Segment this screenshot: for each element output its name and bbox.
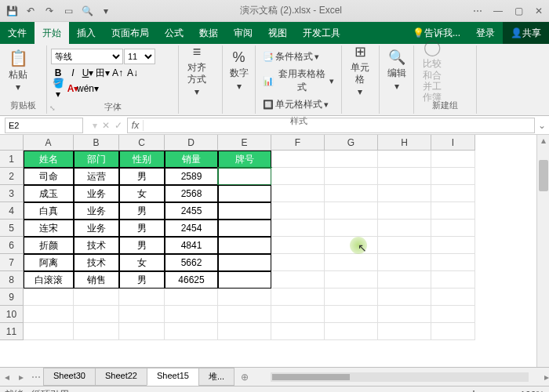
sign-in[interactable]: 登录 [468, 22, 503, 44]
sheet-tab-Sheet15[interactable]: Sheet15 [147, 368, 199, 386]
cell-G6[interactable] [325, 237, 378, 254]
number-format-button[interactable]: %数字▾ [225, 47, 253, 94]
cell-B11[interactable] [74, 323, 119, 340]
row-header-6[interactable]: 6 [0, 237, 24, 254]
cell-A7[interactable]: 阿离 [24, 254, 74, 271]
row-header-5[interactable]: 5 [0, 220, 24, 237]
cell-E2[interactable] [218, 168, 271, 185]
tab-data[interactable]: 数据 [191, 22, 226, 44]
row-header-11[interactable]: 11 [0, 323, 24, 340]
zoom-in-icon[interactable]: + [511, 390, 517, 393]
font-family-select[interactable]: 等线 [51, 49, 123, 64]
cell-H1[interactable] [378, 151, 431, 168]
cell-B9[interactable] [74, 289, 119, 306]
cell-H4[interactable] [378, 202, 431, 220]
select-all-corner[interactable] [0, 135, 24, 151]
paste-button[interactable]: 📋粘贴▾ [2, 47, 34, 94]
col-header-E[interactable]: E [218, 135, 271, 151]
cell-F7[interactable] [271, 254, 325, 271]
vertical-scrollbar[interactable]: ▴ [536, 135, 549, 367]
cell-G5[interactable] [325, 220, 378, 237]
tab-insert[interactable]: 插入 [69, 22, 104, 44]
namebox-dropdown-icon[interactable]: ▾ [88, 120, 102, 131]
cell-F5[interactable] [271, 220, 325, 237]
cell-G3[interactable] [325, 185, 378, 202]
view-normal-icon[interactable]: ▦ [383, 390, 391, 393]
cell-H6[interactable] [378, 237, 431, 254]
cell-G11[interactable] [325, 323, 378, 340]
new-sheet-icon[interactable]: ⊕ [235, 372, 255, 383]
cell-F3[interactable] [271, 185, 325, 202]
cell-F2[interactable] [271, 168, 325, 185]
phonetic-button[interactable]: wén▾ [81, 82, 95, 96]
expand-formula-icon[interactable]: ⌄ [538, 120, 549, 131]
tab-developer[interactable]: 开发工具 [295, 22, 348, 44]
cell-I7[interactable] [431, 254, 475, 271]
col-header-D[interactable]: D [165, 135, 218, 151]
cell-I4[interactable] [431, 202, 475, 220]
cell-E1[interactable]: 牌号 [218, 151, 271, 168]
cell-F11[interactable] [271, 323, 325, 340]
cell-H9[interactable] [378, 289, 431, 306]
cell-I5[interactable] [431, 220, 475, 237]
tab-formulas[interactable]: 公式 [157, 22, 191, 44]
cell-B3[interactable]: 业务 [74, 185, 119, 202]
cell-A10[interactable] [24, 306, 74, 323]
tab-view[interactable]: 视图 [260, 22, 295, 44]
sheet-nav-next-icon[interactable]: ▸ [14, 372, 28, 383]
row-header-7[interactable]: 7 [0, 254, 24, 271]
cell-D3[interactable]: 2568 [165, 185, 218, 202]
zoom-control[interactable]: − + 100% [429, 390, 544, 393]
save-icon[interactable]: 💾 [3, 2, 20, 20]
conditional-format-button[interactable]: 📑 条件格式 ▾ [260, 49, 337, 65]
cell-A8[interactable]: 白滚滚 [24, 271, 74, 289]
ribbon-options-icon[interactable]: ⋯ [467, 0, 488, 22]
cell-I1[interactable] [431, 151, 475, 168]
cell-C8[interactable]: 男 [119, 271, 165, 289]
cell-E9[interactable] [218, 289, 271, 306]
col-header-C[interactable]: C [119, 135, 165, 151]
row-header-9[interactable]: 9 [0, 289, 24, 306]
share-button[interactable]: 👤 共享 [503, 22, 549, 44]
cell-B6[interactable]: 技术 [74, 237, 119, 254]
grow-font-icon[interactable]: A↑ [111, 66, 125, 80]
italic-button[interactable]: I [66, 66, 80, 80]
cell-styles-button[interactable]: 🔲 单元格样式 ▾ [260, 96, 337, 113]
cell-F4[interactable] [271, 202, 325, 220]
cell-B4[interactable]: 业务 [74, 202, 119, 220]
undo-icon[interactable]: ↶ [22, 2, 39, 20]
view-page-icon[interactable]: ▤ [399, 390, 408, 393]
border-button[interactable]: 田▾ [96, 66, 110, 80]
col-header-A[interactable]: A [24, 135, 74, 151]
cell-H3[interactable] [378, 185, 431, 202]
cell-E11[interactable] [218, 323, 271, 340]
cell-I6[interactable] [431, 237, 475, 254]
cell-D10[interactable] [165, 306, 218, 323]
cell-I10[interactable] [431, 306, 475, 323]
sheet-tab-堆...[interactable]: 堆... [198, 368, 235, 386]
cell-I9[interactable] [431, 289, 475, 306]
font-dialog-icon[interactable]: ⤡ [49, 104, 174, 112]
redo-icon[interactable]: ↷ [41, 2, 58, 20]
cell-C10[interactable] [119, 306, 165, 323]
cell-I2[interactable] [431, 168, 475, 185]
tab-layout[interactable]: 页面布局 [104, 22, 157, 44]
cell-G2[interactable] [325, 168, 378, 185]
cell-C4[interactable]: 男 [119, 202, 165, 220]
col-header-H[interactable]: H [378, 135, 431, 151]
cells-button[interactable]: ⊞单元格▾ [344, 47, 376, 94]
row-header-2[interactable]: 2 [0, 168, 24, 185]
cell-I3[interactable] [431, 185, 475, 202]
cell-E3[interactable] [218, 185, 271, 202]
cell-B1[interactable]: 部门 [74, 151, 119, 168]
print-preview-icon[interactable]: 🔍 [78, 2, 96, 20]
cell-G10[interactable] [325, 306, 378, 323]
qat-dropdown-icon[interactable]: ▾ [97, 2, 115, 20]
cell-A11[interactable] [24, 323, 74, 340]
cell-D9[interactable] [165, 289, 218, 306]
name-box[interactable]: E2 [5, 118, 83, 133]
cell-G8[interactable] [325, 271, 378, 289]
alignment-button[interactable]: ≡对齐方式▾ [181, 47, 213, 94]
cell-A6[interactable]: 折颜 [24, 237, 74, 254]
row-header-10[interactable]: 10 [0, 306, 24, 323]
